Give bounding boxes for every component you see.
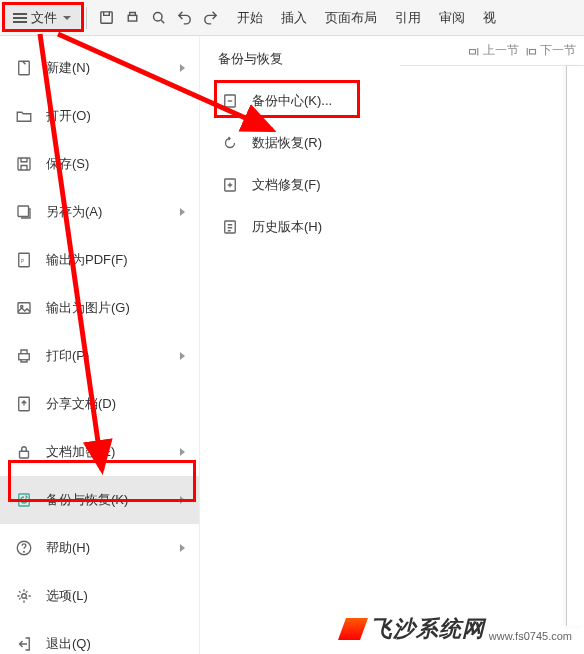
svg-rect-4	[530, 49, 536, 54]
print-quick-icon[interactable]	[119, 5, 145, 31]
menu-label: 备份与恢复(K)	[46, 491, 180, 509]
exit-icon	[14, 634, 34, 654]
hamburger-icon	[13, 13, 27, 23]
main-toolbar: 文件 开始 插入 页面布局 引用 审阅 视	[0, 0, 584, 36]
menu-label: 文档加密(E)	[46, 443, 180, 461]
menu-label: 分享文档(D)	[46, 395, 185, 413]
next-section-button[interactable]: 下一节	[525, 42, 576, 59]
submenu-item-recover[interactable]: 数据恢复(R)	[210, 122, 390, 164]
file-menu-panel: 新建(N) 打开(O) 保存(S) 另存为(A) P 输出为PDF(F) 输出为…	[0, 36, 400, 654]
menu-label: 打开(O)	[46, 107, 185, 125]
pdf-icon: P	[14, 250, 34, 270]
image-icon	[14, 298, 34, 318]
svg-point-2	[153, 13, 162, 22]
file-menu-label: 文件	[31, 9, 57, 27]
share-icon	[14, 394, 34, 414]
menu-item-open[interactable]: 打开(O)	[0, 92, 199, 140]
backupcenter-icon	[220, 91, 240, 111]
submenu-item-history[interactable]: 历史版本(H)	[210, 206, 390, 248]
save-icon	[14, 154, 34, 174]
svg-rect-12	[19, 354, 30, 360]
submenu-label: 历史版本(H)	[252, 218, 322, 236]
history-icon	[220, 217, 240, 237]
menu-item-encrypt[interactable]: 文档加密(E)	[0, 428, 199, 476]
svg-point-18	[22, 594, 27, 599]
save-quick-icon[interactable]	[93, 5, 119, 31]
print-icon	[14, 346, 34, 366]
menu-item-help[interactable]: 帮助(H)	[0, 524, 199, 572]
menu-label: 退出(Q)	[46, 635, 185, 653]
recover-icon	[220, 133, 240, 153]
tab-view[interactable]: 视	[483, 9, 496, 27]
menu-item-exportimage[interactable]: 输出为图片(G)	[0, 284, 199, 332]
next-section-icon	[525, 45, 537, 57]
help-icon	[14, 538, 34, 558]
svg-rect-0	[100, 12, 111, 23]
menu-item-new[interactable]: 新建(N)	[0, 44, 199, 92]
svg-rect-1	[128, 15, 137, 21]
menu-item-saveas[interactable]: 另存为(A)	[0, 188, 199, 236]
menu-item-backup[interactable]: 备份与恢复(K)	[0, 476, 199, 524]
watermark-text: 飞沙系统网	[370, 614, 485, 644]
svg-rect-6	[18, 158, 30, 170]
document-edge	[566, 66, 584, 626]
watermark-logo-icon	[338, 618, 368, 640]
new-icon	[14, 58, 34, 78]
submenu-arrow-icon	[180, 64, 185, 72]
prev-section-button[interactable]: 上一节	[468, 42, 519, 59]
redo-icon[interactable]	[197, 5, 223, 31]
menu-label: 输出为图片(G)	[46, 299, 185, 317]
tab-review[interactable]: 审阅	[439, 9, 465, 27]
preview-quick-icon[interactable]	[145, 5, 171, 31]
submenu-item-repair[interactable]: 文档修复(F)	[210, 164, 390, 206]
svg-text:P: P	[21, 259, 24, 264]
svg-rect-3	[470, 49, 476, 54]
chevron-down-icon	[63, 16, 71, 20]
tab-reference[interactable]: 引用	[395, 9, 421, 27]
menu-item-save[interactable]: 保存(S)	[0, 140, 199, 188]
menu-item-exportpdf[interactable]: P 输出为PDF(F)	[0, 236, 199, 284]
saveas-icon	[14, 202, 34, 222]
backup-icon	[14, 490, 34, 510]
menu-label: 输出为PDF(F)	[46, 251, 185, 269]
menu-label: 保存(S)	[46, 155, 185, 173]
svg-point-17	[24, 551, 25, 552]
tab-start[interactable]: 开始	[237, 9, 263, 27]
submenu-label: 数据恢复(R)	[252, 134, 322, 152]
menu-item-options[interactable]: 选项(L)	[0, 572, 199, 620]
submenu-label: 备份中心(K)...	[252, 92, 332, 110]
watermark: 飞沙系统网 www.fs0745.com	[342, 614, 572, 644]
svg-rect-10	[18, 303, 30, 314]
submenu-arrow-icon	[180, 208, 185, 216]
menu-label: 新建(N)	[46, 59, 180, 77]
prev-section-icon	[468, 45, 480, 57]
menu-label: 选项(L)	[46, 587, 185, 605]
submenu-title: 备份与恢复	[210, 50, 390, 68]
undo-icon[interactable]	[171, 5, 197, 31]
file-menu-button[interactable]: 文件	[4, 4, 80, 32]
open-icon	[14, 106, 34, 126]
submenu-label: 文档修复(F)	[252, 176, 321, 194]
menu-item-exit[interactable]: 退出(Q)	[0, 620, 199, 654]
lock-icon	[14, 442, 34, 462]
watermark-url: www.fs0745.com	[489, 630, 572, 642]
repair-icon	[220, 175, 240, 195]
submenu-arrow-icon	[180, 496, 185, 504]
tab-insert[interactable]: 插入	[281, 9, 307, 27]
svg-rect-7	[18, 206, 29, 217]
ribbon-tabs: 开始 插入 页面布局 引用 审阅 视	[237, 9, 496, 27]
menu-item-print[interactable]: 打印(P)	[0, 332, 199, 380]
backup-submenu: 备份与恢复 备份中心(K)... 数据恢复(R) 文档修复(F) 历史版本(H)	[200, 36, 400, 654]
submenu-arrow-icon	[180, 448, 185, 456]
menu-label: 另存为(A)	[46, 203, 180, 221]
gear-icon	[14, 586, 34, 606]
submenu-arrow-icon	[180, 544, 185, 552]
svg-rect-14	[20, 451, 29, 458]
tab-pagelayout[interactable]: 页面布局	[325, 9, 377, 27]
submenu-item-backupcenter[interactable]: 备份中心(K)...	[210, 80, 390, 122]
submenu-arrow-icon	[180, 352, 185, 360]
toolbar-divider	[86, 7, 87, 29]
menu-item-share[interactable]: 分享文档(D)	[0, 380, 199, 428]
file-menu-list: 新建(N) 打开(O) 保存(S) 另存为(A) P 输出为PDF(F) 输出为…	[0, 36, 200, 654]
menu-label: 打印(P)	[46, 347, 180, 365]
